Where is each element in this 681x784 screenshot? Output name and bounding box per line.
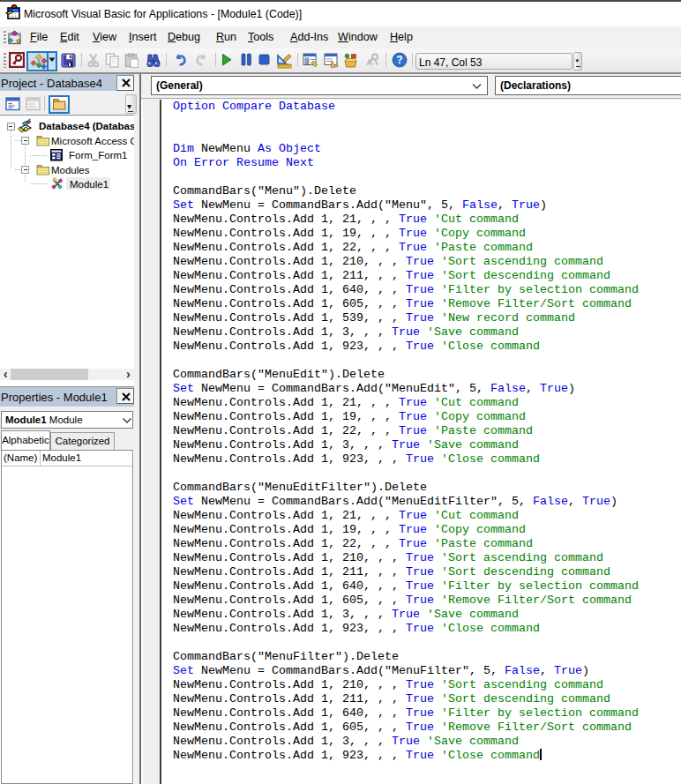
svg-text:?: ?	[396, 54, 402, 66]
